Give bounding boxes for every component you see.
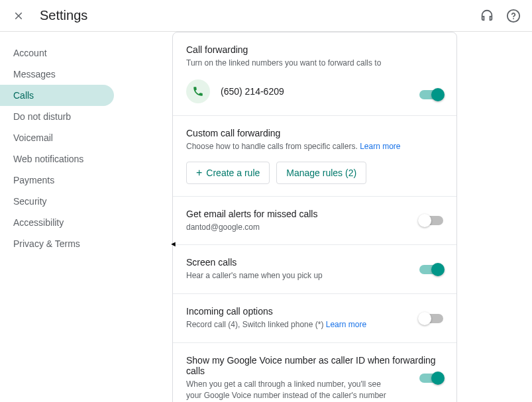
- email-alerts-toggle[interactable]: [419, 216, 443, 225]
- create-rule-button[interactable]: +Create a rule: [186, 162, 270, 184]
- sidebar-item-accessibility[interactable]: Accessibility: [0, 212, 114, 233]
- calls-settings-card: Call forwarding Turn on the linked numbe…: [172, 32, 457, 402]
- sidebar-item-payments[interactable]: Payments: [0, 170, 114, 191]
- caller-id-title: Show my Google Voice number as caller ID…: [186, 355, 443, 376]
- email-alerts-title: Get email alerts for missed calls: [186, 209, 443, 219]
- manage-rules-button[interactable]: Manage rules (2): [276, 162, 366, 184]
- screen-calls-sub: Hear a caller's name when you pick up: [186, 270, 443, 281]
- sidebar-item-do-not-disturb[interactable]: Do not disturb: [0, 106, 114, 127]
- call-forwarding-toggle[interactable]: [419, 90, 443, 99]
- plus-icon: +: [196, 168, 202, 178]
- incoming-options-title: Incoming call options: [186, 306, 443, 317]
- sidebar-item-security[interactable]: Security: [0, 191, 114, 212]
- sidebar: AccountMessagesCallsDo not disturbVoicem…: [0, 32, 119, 402]
- caller-id-section: Show my Google Voice number as caller ID…: [173, 343, 456, 402]
- call-forwarding-section: Call forwarding Turn on the linked numbe…: [173, 32, 456, 116]
- custom-forwarding-sub: Choose how to handle calls from specific…: [186, 141, 443, 152]
- custom-call-forwarding-section: Custom call forwarding Choose how to han…: [173, 116, 456, 197]
- call-forwarding-title: Call forwarding: [186, 44, 443, 55]
- linked-phone-number: (650) 214-6209: [221, 86, 284, 97]
- email-alerts-sub: dantod@google.com: [186, 222, 443, 233]
- incoming-call-options-section: Incoming call options Record call (4), S…: [173, 294, 456, 343]
- incoming-options-sub: Record call (4), Switch linked phone (*)…: [186, 319, 443, 330]
- caller-id-sub: When you get a call through a linked num…: [186, 379, 398, 401]
- custom-forwarding-learn-more-link[interactable]: Learn more: [360, 142, 400, 151]
- help-icon[interactable]: [505, 8, 521, 24]
- incoming-learn-more-link[interactable]: Learn more: [326, 320, 366, 329]
- sidebar-item-calls[interactable]: Calls: [0, 85, 114, 106]
- sidebar-item-messages[interactable]: Messages: [0, 64, 114, 85]
- screen-calls-section: Screen calls Hear a caller's name when y…: [173, 245, 456, 294]
- close-icon[interactable]: [11, 8, 27, 24]
- sidebar-item-web-notifications[interactable]: Web notifications: [0, 148, 114, 170]
- custom-forwarding-title: Custom call forwarding: [186, 128, 443, 138]
- screen-calls-toggle[interactable]: [419, 265, 443, 274]
- screen-calls-title: Screen calls: [186, 257, 443, 268]
- sidebar-item-voicemail[interactable]: Voicemail: [0, 127, 114, 148]
- caller-id-toggle[interactable]: [419, 374, 443, 383]
- headset-icon[interactable]: [479, 8, 495, 24]
- incoming-options-toggle[interactable]: [419, 314, 443, 323]
- email-alerts-section: Get email alerts for missed calls dantod…: [173, 197, 456, 246]
- call-forwarding-sub: Turn on the linked numbers you want to f…: [186, 58, 443, 69]
- phone-icon: [186, 79, 210, 103]
- page-title: Settings: [40, 8, 87, 23]
- sidebar-item-account[interactable]: Account: [0, 42, 114, 64]
- sidebar-item-privacy-terms[interactable]: Privacy & Terms: [0, 233, 114, 254]
